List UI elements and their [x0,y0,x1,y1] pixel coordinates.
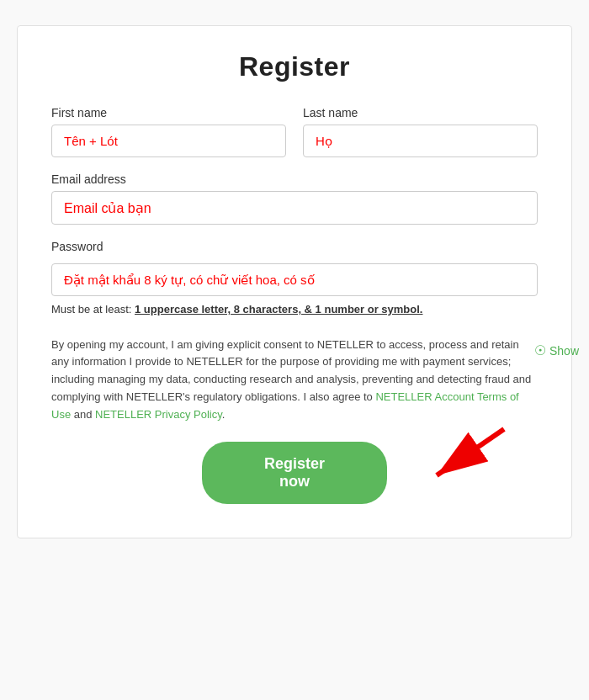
first-name-label: First name [51,106,286,119]
last-name-label: Last name [303,106,538,119]
arrow-container [411,425,512,492]
consent-end: . [222,408,226,421]
email-group: Email address [51,172,538,225]
first-name-group: First name [51,106,286,157]
consent-and: and [71,408,95,421]
name-row: First name Last name [51,106,538,157]
first-name-input[interactable] [51,125,286,157]
password-hint-prefix: Must be at least: [51,303,135,316]
email-label: Email address [51,172,538,186]
arrow-icon [411,425,512,492]
password-label: Password [51,240,103,253]
password-group: Password ☉ Show Must be at least: 1 uppe… [51,240,538,318]
last-name-input[interactable] [303,125,538,157]
password-label-row: Password ☉ Show [51,240,538,258]
register-button-row: Register now [51,442,538,504]
password-hint-strong: 1 uppercase letter, 8 characters, & 1 nu… [135,303,422,316]
consent-paragraph: By opening my account, I am giving expli… [51,337,538,424]
password-wrapper [51,263,538,296]
password-input[interactable] [51,263,538,296]
password-hint: Must be at least: 1 uppercase letter, 8 … [51,301,538,318]
eye-icon: ☉ [534,342,546,358]
register-button[interactable]: Register now [202,442,387,504]
page-title: Register [51,51,538,82]
show-password-toggle[interactable]: ☉ Show [534,342,579,358]
email-input[interactable] [51,191,538,225]
show-label: Show [549,343,579,357]
register-card: Register First name Last name Email addr… [17,25,572,538]
last-name-group: Last name [303,106,538,157]
email-field-wrapper [51,191,538,225]
svg-line-1 [437,429,504,475]
privacy-link[interactable]: NETELLER Privacy Policy [95,408,222,421]
